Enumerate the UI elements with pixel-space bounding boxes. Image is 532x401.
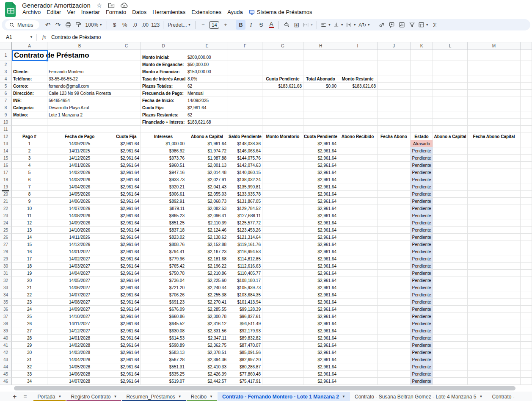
cell-F29[interactable]: $114,812.85 (228, 255, 262, 263)
row-header-4[interactable]: 4 (0, 75, 12, 83)
row-header-31[interactable]: 31 (0, 270, 12, 277)
cell-J25[interactable] (378, 227, 411, 234)
column-header-B[interactable]: B (47, 42, 112, 50)
cell-K45[interactable]: Pendiente (411, 371, 433, 378)
cell-L31[interactable] (433, 270, 468, 277)
formula-input[interactable]: Contrato de Préstamo (51, 34, 101, 40)
cell-C23[interactable]: $2,961.64 (112, 212, 141, 219)
cell-G34[interactable] (262, 291, 303, 299)
cell-x28[interactable] (521, 248, 532, 255)
cell-D39[interactable]: $630.08 (141, 327, 186, 335)
cell-K40[interactable]: Pendiente (411, 335, 433, 342)
sheet-tab-contrato-fernando-montero-lote-1-manzana-2[interactable]: Contrato - Fernando Montero - Lote 1 Man… (218, 392, 350, 401)
row-header-21[interactable]: 21 (0, 198, 12, 205)
cell-M13[interactable] (468, 140, 521, 147)
cell-A11[interactable] (12, 126, 47, 133)
cell-I39[interactable] (338, 327, 378, 335)
cell-K7[interactable] (411, 97, 433, 104)
cell-B41[interactable]: 14/02/2028 (47, 342, 112, 349)
cell-J2[interactable] (378, 61, 411, 68)
cell-C43[interactable]: $2,961.64 (112, 356, 141, 363)
cell-F33[interactable]: $105,939.73 (228, 284, 262, 291)
cell-I7[interactable] (338, 97, 378, 104)
cell-H12[interactable]: Cuota Pendiente (303, 133, 338, 140)
cell-G12[interactable]: Monto Moratorio (262, 133, 303, 140)
cell-B33[interactable]: 14/06/2027 (47, 284, 112, 291)
functions-button[interactable]: Σ (430, 20, 440, 30)
cell-x8[interactable] (521, 104, 532, 111)
cell-I32[interactable] (338, 277, 378, 284)
cell-M8[interactable] (468, 104, 521, 111)
cell-J41[interactable] (378, 342, 411, 349)
cell-F8[interactable] (228, 104, 262, 111)
cell-F17[interactable]: $140,060.15 (228, 169, 262, 176)
cell-C14[interactable]: $2,961.64 (112, 147, 141, 155)
cell-J6[interactable] (378, 90, 411, 97)
cell-J27[interactable] (378, 241, 411, 248)
sheet-tab-menu-icon[interactable]: ▼ (58, 395, 62, 398)
horizontal-scrollbar[interactable] (0, 385, 532, 392)
menu-sistema-de-prestamos[interactable]: Sistema de Préstamos (246, 8, 315, 16)
cell-A29[interactable]: 17 (12, 255, 47, 263)
cell-B31[interactable]: 14/04/2027 (47, 270, 112, 277)
cell-x38[interactable] (521, 320, 532, 327)
cell-E39[interactable]: $2,331.56 (186, 327, 228, 335)
increase-font-size-button[interactable]: + (221, 20, 230, 30)
cell-H21[interactable]: $2,961.64 (303, 198, 338, 205)
row-header-14[interactable]: 14 (0, 147, 12, 155)
cell-M9[interactable] (468, 111, 521, 119)
cell-F41[interactable]: $87,470.07 (228, 342, 262, 349)
cell-F18[interactable]: $138,032.24 (228, 176, 262, 183)
menu-ver[interactable]: Ver (64, 8, 78, 16)
cell-A26[interactable]: 14 (12, 234, 47, 241)
cell-D13[interactable]: $1,000.00 (141, 140, 186, 147)
sheet-tab-registro-contrato[interactable]: Registro Contrato▼ (66, 392, 121, 401)
cell-M5[interactable] (468, 83, 521, 90)
all-sheets-button[interactable]: ≡ (23, 393, 27, 400)
cell-B12[interactable]: Fecha de Pago (47, 133, 112, 140)
cell-x37[interactable] (521, 313, 532, 320)
menu-herramientas[interactable]: Herramientas (149, 8, 188, 16)
cell-J14[interactable] (378, 147, 411, 155)
cell-G35[interactable] (262, 299, 303, 306)
cell-D8[interactable]: Cuota Fija: (141, 104, 186, 111)
paint-format-button[interactable] (74, 20, 83, 30)
cell-H31[interactable]: $2,961.64 (303, 270, 338, 277)
cell-G37[interactable] (262, 313, 303, 320)
cell-H41[interactable]: $2,961.64 (303, 342, 338, 349)
row-header-42[interactable]: 42 (0, 349, 12, 356)
cell-B17[interactable]: 14/02/2026 (47, 169, 112, 176)
menu-extensiones[interactable]: Extensiones (188, 8, 224, 16)
cell-I35[interactable] (338, 299, 378, 306)
cell-E44[interactable]: $2,410.33 (186, 363, 228, 371)
cell-J40[interactable] (378, 335, 411, 342)
cell-K42[interactable]: Pendiente (411, 349, 433, 356)
row-header-32[interactable]: 32 (0, 277, 12, 284)
cell-A8[interactable]: Categoría: (12, 104, 47, 111)
cell-A5[interactable]: Correo: (12, 83, 47, 90)
cell-L13[interactable] (433, 140, 468, 147)
cell-M45[interactable] (468, 371, 521, 378)
cell-F1[interactable] (228, 50, 262, 61)
cell-L25[interactable] (433, 227, 468, 234)
cell-E8[interactable]: $2,961.64 (186, 104, 228, 111)
cell-M31[interactable] (468, 270, 521, 277)
cell-G13[interactable] (262, 140, 303, 147)
name-box[interactable]: A1 ▼ (0, 34, 36, 40)
row-header-26[interactable]: 26 (0, 234, 12, 241)
column-header-F[interactable]: F (228, 42, 262, 50)
cell-E24[interactable]: $2,110.39 (186, 219, 228, 227)
cell-K22[interactable]: Pendiente (411, 205, 433, 212)
cell-G26[interactable] (262, 234, 303, 241)
cell-A36[interactable]: 24 (12, 306, 47, 313)
cell-E11[interactable] (186, 126, 228, 133)
cell-C39[interactable]: $2,961.64 (112, 327, 141, 335)
cell-F21[interactable]: $131,867.05 (228, 198, 262, 205)
row-header-37[interactable]: 37 (0, 313, 12, 320)
cell-I3[interactable] (338, 68, 378, 75)
row-header-8[interactable]: 8 (0, 104, 12, 111)
cell-H27[interactable]: $2,961.64 (303, 241, 338, 248)
cell-J28[interactable] (378, 248, 411, 255)
cell-K18[interactable]: Pendiente (411, 176, 433, 183)
cell-G14[interactable] (262, 147, 303, 155)
